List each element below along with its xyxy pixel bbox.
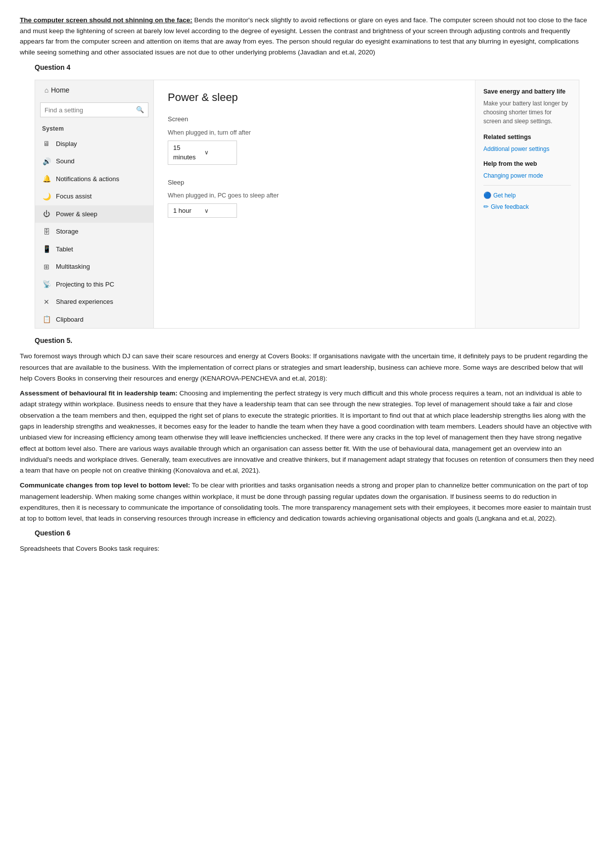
projecting-icon: 📡 (42, 280, 51, 289)
question4-heading: Question 4 (35, 62, 594, 73)
settings-sidebar: ⌂ Home 🔍 System 🖥 Display 🔊 Sound 🔔 Noti… (35, 80, 154, 328)
search-box[interactable]: 🔍 (40, 102, 148, 117)
sound-icon: 🔊 (42, 157, 51, 166)
give-feedback-link[interactable]: ✏Give feedback (483, 202, 571, 212)
settings-panel: ⌂ Home 🔍 System 🖥 Display 🔊 Sound 🔔 Noti… (35, 80, 579, 329)
sidebar-home[interactable]: ⌂ Home (35, 80, 153, 100)
sidebar-item-clipboard[interactable]: 📋 Clipboard (35, 311, 153, 329)
screen-dropdown-chevron: ∨ (204, 148, 232, 157)
article1-paragraph: The computer screen should not shinning … (20, 15, 594, 57)
question5-section2: Communicate changes from top level to bo… (20, 480, 594, 524)
sidebar-home-label: Home (51, 85, 69, 96)
sidebar-item-projecting[interactable]: 📡 Projecting to this PC (35, 276, 153, 293)
sidebar-item-tablet-label: Tablet (56, 244, 73, 254)
right-divider (483, 185, 571, 186)
save-energy-text: Make your battery last longer by choosin… (483, 99, 571, 126)
sidebar-item-multitasking-label: Multitasking (56, 262, 90, 272)
sidebar-item-tablet[interactable]: 📱 Tablet (35, 241, 153, 258)
related-settings-title: Related settings (483, 133, 571, 142)
focus-icon: 🌙 (42, 192, 51, 201)
sleep-section-label: Sleep (168, 178, 461, 188)
sidebar-item-multitasking[interactable]: ⊞ Multitasking (35, 258, 153, 276)
question5-section1: Assessment of behavioural fit in leaders… (20, 388, 594, 476)
tablet-icon: 📱 (42, 245, 51, 254)
question6-heading: Question 6 (35, 528, 594, 538)
q5-section1-text: Choosing and implementing the perfect st… (20, 389, 594, 474)
shared-icon: ✕ (42, 297, 51, 306)
home-icon: ⌂ (42, 86, 51, 95)
sleep-dropdown-chevron: ∨ (204, 206, 232, 215)
multitasking-icon: ⊞ (42, 262, 51, 271)
clipboard-icon: 📋 (42, 315, 51, 324)
sidebar-item-sound[interactable]: 🔊 Sound (35, 152, 153, 170)
sleep-desc: When plugged in, PC goes to sleep after (168, 191, 461, 200)
sidebar-section-system: System (35, 121, 153, 135)
screen-dropdown-value: 15 minutes (173, 143, 200, 162)
power-icon: ⏻ (42, 210, 51, 219)
article1-heading: The computer screen should not shinning … (20, 16, 192, 24)
sidebar-item-display[interactable]: 🖥 Display (35, 135, 153, 153)
sidebar-item-notifications-label: Notifications & actions (56, 174, 119, 184)
sleep-dropdown-value: 1 hour (173, 206, 200, 216)
sidebar-item-focus-label: Focus assist (56, 192, 92, 201)
settings-title: Power & sleep (168, 89, 461, 105)
question5-intro: Two foremost ways through which DJ can s… (20, 351, 594, 384)
q5-section2-heading: Communicate changes from top level to bo… (20, 482, 190, 489)
additional-power-link[interactable]: Additional power settings (483, 145, 571, 153)
screen-desc: When plugged in, turn off after (168, 128, 461, 138)
changing-power-link[interactable]: Changing power mode (483, 171, 571, 180)
sidebar-item-sound-label: Sound (56, 156, 75, 166)
sidebar-item-notifications[interactable]: 🔔 Notifications & actions (35, 170, 153, 188)
get-help-link[interactable]: 🔵Get help (483, 191, 571, 200)
sidebar-item-power[interactable]: ⏻ Power & sleep (35, 205, 153, 223)
search-input[interactable] (45, 106, 136, 114)
question5-heading: Question 5. (35, 336, 594, 346)
notifications-icon: 🔔 (42, 175, 51, 184)
sidebar-item-shared[interactable]: ✕ Shared experiences (35, 293, 153, 311)
sidebar-item-power-label: Power & sleep (56, 209, 97, 219)
settings-right-panel: Save energy and battery life Make your b… (475, 80, 579, 328)
sidebar-item-display-label: Display (56, 139, 77, 149)
help-web-title: Help from the web (483, 159, 571, 169)
sidebar-item-storage-label: Storage (56, 227, 79, 237)
get-help-icon: 🔵 (483, 192, 491, 199)
settings-main: Power & sleep Screen When plugged in, tu… (154, 80, 475, 328)
q5-section1-heading: Assessment of behavioural fit in leaders… (20, 389, 178, 397)
save-energy-title: Save energy and battery life (483, 87, 571, 96)
sidebar-item-clipboard-label: Clipboard (56, 315, 84, 325)
sleep-section: Sleep When plugged in, PC goes to sleep … (168, 178, 461, 226)
display-icon: 🖥 (42, 140, 51, 148)
sidebar-item-projecting-label: Projecting to this PC (56, 280, 114, 289)
storage-icon: 🗄 (42, 227, 51, 236)
sidebar-item-storage[interactable]: 🗄 Storage (35, 223, 153, 241)
sidebar-item-shared-label: Shared experiences (56, 297, 113, 307)
give-feedback-icon: ✏ (483, 203, 489, 210)
screen-dropdown[interactable]: 15 minutes ∨ (168, 141, 237, 165)
screen-section-label: Screen (168, 114, 461, 124)
search-icon: 🔍 (136, 105, 144, 115)
sidebar-item-focus[interactable]: 🌙 Focus assist (35, 188, 153, 205)
sleep-dropdown[interactable]: 1 hour ∨ (168, 203, 237, 218)
question6-text: Spreadsheets that Covers Books task requ… (20, 543, 594, 554)
